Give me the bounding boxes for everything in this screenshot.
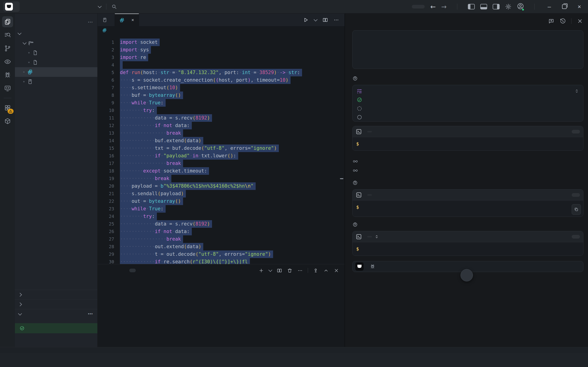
tree-item-pwn.i64[interactable] — [15, 58, 97, 67]
code-line[interactable]: 1import·socket — [98, 39, 345, 46]
chat-history-icon[interactable] — [560, 18, 566, 24]
project-switcher[interactable] — [96, 6, 101, 8]
code-line[interactable]: 30············if·re.search(r"(I30)\{[^}]… — [98, 258, 345, 264]
sidebar-more-button[interactable]: ⋯ — [88, 19, 93, 25]
code-line[interactable]: 7····s.settimeout(10) — [98, 84, 345, 92]
maximize-panel-icon[interactable] — [323, 268, 329, 273]
section-timeline[interactable] — [15, 299, 97, 309]
inspected-path-row[interactable] — [352, 157, 583, 166]
menu-item-2[interactable] — [42, 5, 49, 8]
code-line[interactable]: 4 — [98, 61, 345, 69]
close-window-button[interactable]: × — [575, 3, 583, 10]
code-line[interactable]: 29············t·=·out.decode("utf-8",·er… — [98, 250, 345, 258]
menu-item-3[interactable] — [51, 5, 57, 8]
open-terminal-button[interactable] — [572, 235, 580, 239]
trae-conversation[interactable]: $$$ — [352, 29, 583, 347]
minimize-button[interactable]: – — [545, 3, 553, 10]
code-line[interactable]: 5def·run(host:·str·=·"8.147.132.32",·por… — [98, 69, 345, 76]
tree-item-talisman-12e9d8cabc8f7923183...[interactable] — [15, 77, 97, 86]
code-line[interactable]: 25············data·=·s.recv(8192) — [98, 220, 345, 228]
menu-item-4[interactable] — [59, 5, 65, 8]
close-trae-panel-icon[interactable] — [577, 18, 583, 24]
panel-views-icon[interactable] — [313, 268, 318, 273]
new-terminal-icon[interactable] — [259, 268, 264, 273]
toggle-right-panel-icon[interactable] — [493, 4, 500, 9]
breadcrumb[interactable] — [98, 26, 345, 34]
global-search[interactable] — [111, 4, 120, 9]
panel-tab-0[interactable] — [104, 269, 111, 272]
menu-item-6[interactable] — [75, 5, 82, 8]
code-line[interactable]: 22····out·=·bytearray() — [98, 198, 345, 205]
tree-item-exploit.py[interactable] — [15, 67, 97, 77]
activity-source-control-button[interactable] — [2, 43, 13, 54]
section-cue-pro[interactable]: ⋯ — [15, 309, 97, 319]
code-line[interactable]: 20····payload·=·b"%3$47806c%1$hn%3$4160c… — [98, 182, 345, 190]
code-line[interactable]: 14············buf.extend(data) — [98, 137, 345, 144]
back-button[interactable]: ← — [430, 3, 435, 10]
close-panel-icon[interactable] — [334, 268, 339, 273]
expand-command-icon[interactable] — [375, 235, 379, 239]
activity-explorer-button[interactable] — [2, 16, 13, 27]
todo-collapse-icon[interactable] — [574, 89, 579, 93]
panel-more-icon[interactable] — [297, 268, 303, 273]
run-options-chevron-icon[interactable] — [314, 17, 318, 21]
code-line[interactable]: 16············if·"payload"·in·txt.lower(… — [98, 152, 345, 160]
activity-search-button[interactable] — [2, 30, 13, 41]
code-line[interactable]: 23····while·True: — [98, 205, 345, 213]
code-line[interactable]: 28············out.extend(data) — [98, 243, 345, 250]
menu-item-5[interactable] — [67, 5, 73, 8]
code-line[interactable]: 24········try: — [98, 213, 345, 220]
app-logo-box[interactable] — [3, 1, 20, 12]
code-line[interactable]: 15············txt·=·buf.decode("utf-8",·… — [98, 144, 345, 152]
code-line[interactable]: 6····s·=·socket.create_connection((host,… — [98, 76, 345, 84]
new-chat-icon[interactable] — [548, 18, 554, 24]
code-line[interactable]: 2import·sys — [98, 46, 345, 54]
activity-preview-eye-button[interactable] — [2, 56, 13, 67]
panel-tab-3[interactable] — [129, 269, 136, 272]
files-section-header[interactable] — [15, 29, 97, 38]
gear-icon[interactable] — [505, 3, 511, 10]
upgrade-pro-button[interactable] — [412, 5, 425, 8]
menu-item-1[interactable] — [34, 5, 40, 8]
open-terminal-button[interactable] — [572, 130, 580, 133]
scroll-to-bottom-button[interactable] — [460, 269, 473, 282]
editor-more-icon[interactable] — [334, 17, 339, 23]
cue-pro-more-button[interactable]: ⋯ — [88, 311, 93, 317]
open-terminal-button[interactable] — [572, 193, 580, 197]
run-python-button[interactable] — [303, 17, 309, 23]
code-line[interactable]: 10········try: — [98, 107, 345, 114]
code-line[interactable]: 26············if·not·data: — [98, 228, 345, 235]
code-line[interactable]: 17················break — [98, 160, 345, 167]
activity-code-window-button[interactable] — [2, 83, 13, 94]
editor-tab-active[interactable]: × — [115, 14, 139, 26]
editor-tab-inactive[interactable] — [98, 14, 115, 26]
code-line[interactable]: 18········except·socket.timeout: — [98, 167, 345, 175]
code-line[interactable]: 27················break — [98, 235, 345, 243]
panel-tab-4[interactable] — [138, 269, 144, 272]
code-line[interactable]: 11············data·=·s.recv(8192) — [98, 114, 345, 122]
panel-tab-2[interactable] — [121, 269, 128, 272]
restore-button[interactable] — [562, 4, 567, 9]
close-tab-icon[interactable]: × — [131, 17, 134, 23]
forward-button[interactable]: → — [441, 3, 447, 10]
tree-item-talisman[interactable] — [15, 38, 97, 48]
split-terminal-icon[interactable] — [277, 268, 282, 273]
code-editor[interactable]: 1import·socket2import·sys3import·re45def… — [98, 34, 345, 264]
code-line[interactable]: 12············if·not·data: — [98, 122, 345, 129]
code-line[interactable]: 3import·re — [98, 54, 345, 61]
activity-package-box-button[interactable] — [2, 116, 13, 127]
split-editor-icon[interactable] — [322, 17, 328, 23]
code-line[interactable]: 9····while·True: — [98, 99, 345, 107]
terminal-prompt[interactable] — [98, 277, 345, 280]
activity-debug-bug-button[interactable] — [2, 69, 13, 81]
section-outline[interactable] — [15, 290, 97, 299]
inspected-path-row[interactable] — [352, 166, 583, 175]
tree-item-pwn[interactable] — [15, 48, 97, 58]
copy-command-button[interactable] — [572, 204, 581, 215]
terminal-profiles-chevron-icon[interactable] — [268, 268, 272, 272]
kill-terminal-icon[interactable] — [287, 268, 292, 273]
menu-item-7[interactable] — [84, 5, 90, 8]
user-avatar[interactable] — [517, 3, 524, 10]
panel-tab-1[interactable] — [113, 269, 119, 272]
activity-extensions-button[interactable] — [2, 102, 13, 113]
